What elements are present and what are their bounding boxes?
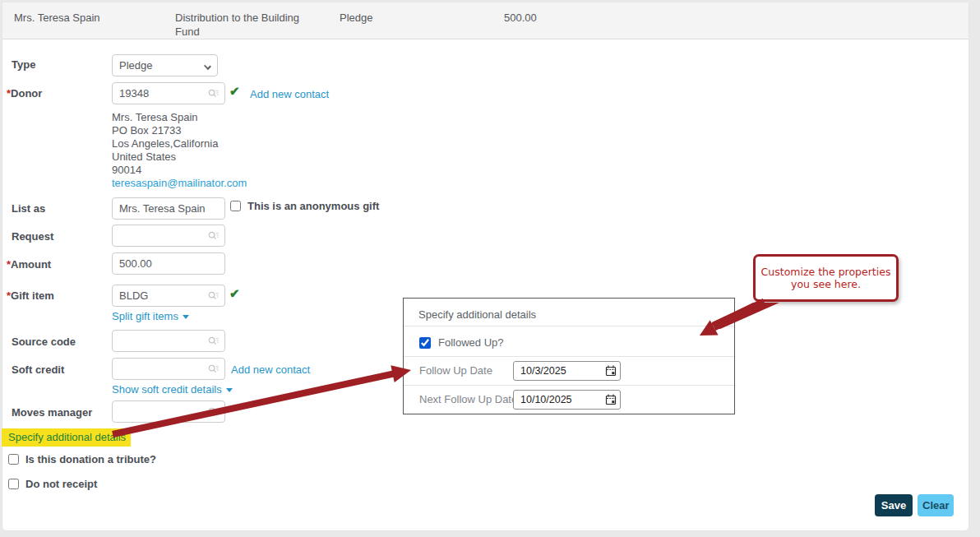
soft-credit-input[interactable] <box>113 363 208 375</box>
next-follow-up-date-label: Next Follow Up Date <box>419 393 517 405</box>
search-icon[interactable] <box>208 231 220 240</box>
search-icon[interactable] <box>208 336 220 345</box>
gift-item-label: *Gift item <box>7 289 54 302</box>
moves-manager-input[interactable] <box>113 405 208 418</box>
save-button[interactable]: Save <box>875 494 913 516</box>
list-as-label: List as <box>12 202 45 215</box>
followed-up-checkbox-row: Followed Up? <box>419 336 504 349</box>
request-input[interactable] <box>113 229 208 242</box>
list-as-input[interactable] <box>113 202 224 215</box>
followed-up-label: Followed Up? <box>438 336 504 349</box>
panel-divider <box>404 385 734 386</box>
anonymous-gift-checkbox[interactable] <box>230 201 241 211</box>
gift-item-valid-checkmark-icon: ✔ <box>229 286 240 301</box>
type-select[interactable]: Pledge <box>112 54 218 76</box>
soft-credit-lookup-field <box>112 358 225 380</box>
gift-item-lookup-field <box>112 285 225 307</box>
list-as-field <box>112 197 225 220</box>
source-code-input[interactable] <box>113 335 208 347</box>
followed-up-checkbox[interactable] <box>419 337 431 349</box>
tribute-checkbox[interactable] <box>8 454 19 465</box>
summary-amount: 500.00 <box>504 11 537 25</box>
donor-label: *Donor <box>7 87 42 100</box>
do-not-receipt-label: Do not receipt <box>25 478 97 490</box>
tribute-checkbox-row: Is this donation a tribute? <box>8 453 156 465</box>
callout-text-line2: you see here. <box>791 278 861 290</box>
do-not-receipt-checkbox[interactable] <box>8 479 19 489</box>
calendar-icon[interactable] <box>602 391 620 409</box>
donor-address-zip: 90014 <box>112 164 247 177</box>
type-label: Type <box>12 58 35 71</box>
source-code-lookup-field <box>112 330 225 352</box>
next-follow-up-date-input[interactable] <box>514 394 602 405</box>
soft-credit-add-new-contact-link[interactable]: Add new contact <box>231 363 310 376</box>
search-icon[interactable] <box>208 291 220 300</box>
donor-email-link[interactable]: teresaspain@mailinator.com <box>112 177 247 189</box>
specify-additional-details-link[interactable]: Specify additional details <box>2 428 131 447</box>
split-gift-items-link[interactable]: Split gift items <box>112 310 189 322</box>
customize-callout: Customize the properties you see here. <box>753 254 899 302</box>
panel-divider <box>404 326 734 326</box>
follow-up-date-field <box>513 361 621 381</box>
additional-details-panel-title: Specify additional details <box>418 308 536 321</box>
next-follow-up-date-field <box>513 390 621 410</box>
search-icon[interactable] <box>208 407 220 416</box>
follow-up-date-input[interactable] <box>514 365 602 377</box>
clear-button[interactable]: Clear <box>918 494 954 516</box>
tribute-label: Is this donation a tribute? <box>25 453 156 465</box>
donor-input[interactable] <box>113 87 208 100</box>
soft-credit-label: Soft credit <box>12 363 64 376</box>
donor-add-new-contact-link[interactable]: Add new contact <box>250 88 329 100</box>
gift-item-input[interactable] <box>113 289 208 302</box>
moves-manager-lookup-field <box>112 400 225 423</box>
donor-address-country: United States <box>112 150 247 164</box>
summary-donor-name: Mrs. Teresa Spain <box>14 11 162 25</box>
follow-up-date-label: Follow Up Date <box>419 364 492 377</box>
amount-label: *Amount <box>7 258 51 271</box>
donor-address-line1: PO Box 21733 <box>112 124 247 137</box>
amount-input[interactable] <box>113 257 224 270</box>
donor-valid-checkmark-icon: ✔ <box>229 84 240 99</box>
type-select-wrap: Pledge <box>112 54 218 76</box>
source-code-label: Source code <box>12 336 76 348</box>
caret-down-icon <box>226 388 233 392</box>
callout-text-line1: Customize the properties <box>761 266 891 278</box>
amount-field <box>112 252 225 275</box>
request-label: Request <box>12 230 53 243</box>
calendar-icon[interactable] <box>602 362 620 380</box>
moves-manager-label: Moves manager <box>12 406 92 419</box>
donor-address-name: Mrs. Teresa Spain <box>112 111 247 124</box>
gift-summary-row[interactable]: Mrs. Teresa Spain Distribution to the Bu… <box>2 2 968 39</box>
search-icon[interactable] <box>208 364 220 373</box>
request-lookup-field <box>112 225 225 247</box>
summary-gift-type: Pledge <box>340 11 372 25</box>
summary-designation: Distribution to the Building Fund <box>175 11 313 39</box>
panel-divider <box>404 356 734 357</box>
caret-down-icon <box>183 315 189 319</box>
show-soft-credit-details-link[interactable]: Show soft credit details <box>112 383 233 396</box>
do-not-receipt-checkbox-row: Do not receipt <box>8 478 97 490</box>
search-icon[interactable] <box>208 89 220 98</box>
gift-entry-page: Mrs. Teresa Spain Distribution to the Bu… <box>0 0 980 537</box>
anonymous-gift-label: This is an anonymous gift <box>247 200 379 212</box>
donor-address-block: Mrs. Teresa Spain PO Box 21733 Los Angel… <box>112 111 247 190</box>
additional-details-panel: Specify additional details Followed Up? … <box>403 298 735 414</box>
donor-address-city-state: Los Angeles,California <box>112 137 247 150</box>
donor-lookup-field <box>112 82 225 104</box>
anonymous-gift-checkbox-row: This is an anonymous gift <box>230 200 379 212</box>
